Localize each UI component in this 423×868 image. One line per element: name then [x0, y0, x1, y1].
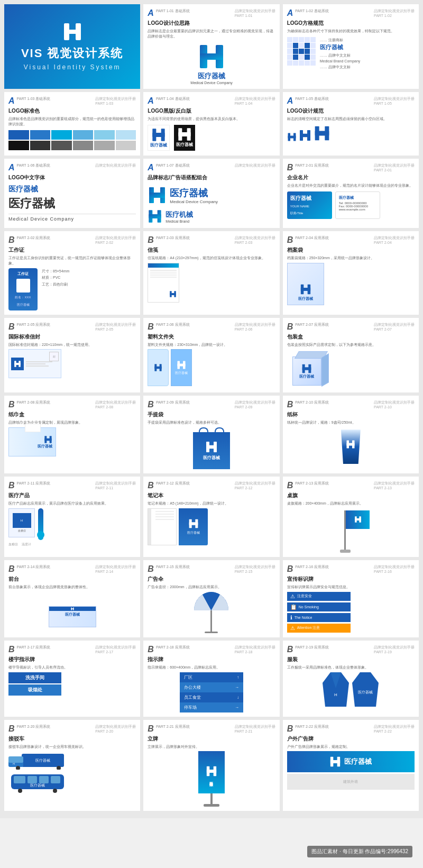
row-9: B PART 2-17 应用系统 品牌定制化视觉识别手册PART 2-17 楼宇… — [4, 641, 419, 717]
board-2: 📋 No Smoking — [287, 602, 351, 611]
uniform-right: 品牌定制化视觉识别手册PART 2-19 — [374, 645, 415, 654]
flag-header: B PART 2-13 应用系统 品牌定制化视觉识别手册PART 2-13 — [287, 481, 415, 490]
notebook-title: 笔记本 — [148, 492, 275, 499]
svg-rect-11 — [179, 132, 191, 136]
svg-rect-79 — [39, 776, 49, 783]
logo-white-bg: 医疗器械 — [148, 125, 170, 151]
part-a2-label: PART 1-02 基础系统 — [295, 8, 329, 14]
uniform-desc: 工作服统一采用品牌标准色，体现企业整体形象。 — [287, 665, 415, 670]
billboard-h-right: 品牌定制化视觉识别手册PART 2-22 — [374, 724, 415, 733]
direction-board-container: 厂区↑ 办公大楼→ 员工食堂↓ 停车场→ — [180, 672, 243, 712]
hero-logo-h — [63, 22, 82, 44]
board-3-text: The Notice — [295, 616, 312, 619]
biz-card-cell: B PART 2-01 应用系统 品牌定制化视觉识别手册PART 2-01 企业… — [283, 159, 419, 228]
part-b21: B — [148, 724, 154, 734]
envelope-cell: B PART 2-05 应用系统 品牌定制化视觉识别手册PART 2-05 国际… — [4, 318, 140, 393]
umbrella-pole — [210, 610, 212, 632]
row-4: B PART 2-02 应用系统 品牌定制化视觉识别手册PART 2-02 工作… — [4, 231, 419, 315]
jacket-back: 医疗器械 — [352, 672, 379, 707]
row-5: B PART 2-05 应用系统 品牌定制化视觉识别手册PART 2-05 国际… — [4, 318, 419, 393]
plastic-bag-header: B PART 2-06 应用系统 品牌定制化视觉识别手册PART 2-06 — [148, 322, 275, 332]
bag-body: 医疗器械 — [193, 432, 230, 469]
logo-font-title: LOGO中文字体 — [8, 174, 136, 181]
logo-spec-visual — [287, 125, 415, 142]
part-b7: B — [287, 322, 293, 332]
building-sign-header: B PART 2-17 应用系统 品牌定制化视觉识别手册PART 2-17 — [8, 645, 136, 654]
row-1: VIS 视觉设计系统 Visual Identity System A PART… — [4, 4, 419, 89]
part-b14-label: PART 2-14 应用系统 — [17, 564, 51, 570]
svg-point-83 — [53, 789, 57, 793]
billboard-v-base — [204, 804, 219, 807]
biz-card-right: 品牌定制化视觉识别手册PART 2-01 — [374, 163, 415, 172]
part-b19: B — [287, 645, 293, 654]
logo-combo-right: 品牌定制化视觉识别手册 — [235, 163, 275, 168]
logo-spec-cell: A PART 1-05 基础系统 品牌定制化视觉识别手册PART 1-05 LO… — [283, 92, 419, 156]
flag-cell: B PART 2-13 应用系统 品牌定制化视觉识别手册PART 2-13 桌旗… — [283, 477, 419, 557]
logo-grid-right: 品牌定制化视觉识别手册PART 1-02 — [374, 8, 415, 17]
tissue-sample: 医疗器械 — [8, 427, 56, 456]
display-board-title: 宣传标识牌 — [287, 575, 415, 583]
dir-2-arrow: → — [235, 685, 239, 690]
medical-samples: H 血糖仪 — [8, 508, 136, 540]
part-b5: B — [8, 322, 15, 332]
envelope-title: 国际标准信封 — [8, 333, 136, 341]
logo-color-header: A PART 1-03 基础系统 品牌定制化视觉识别手册PART 1-03 — [8, 96, 136, 106]
dir-4: 停车场→ — [180, 702, 243, 712]
medical-desc: 医疗产品标志应用展示，展示品牌在医疗设备上的应用效果。 — [8, 501, 136, 506]
packing-box-cell: B PART 2-07 应用系统 品牌定制化视觉识别手册PART 2-07 包装… — [283, 318, 419, 393]
logo-design-desc: 品牌标志是企业最重要的品牌识别元素之一，通过专业精准的视觉呈现，传递品牌价值与理… — [148, 29, 275, 39]
dir-3-text: 员工食堂 — [184, 695, 201, 700]
part-a2: A — [287, 8, 293, 18]
cup-title: 纸杯 — [287, 411, 415, 418]
logo-en-1: Medical Device Company — [190, 81, 232, 85]
medical-monitor: H 血糖仪 — [8, 508, 35, 537]
part-a4: A — [148, 96, 154, 106]
part-b12: B — [148, 481, 154, 490]
plastic-bag-desc: 塑料文件夹规格：230×310mm，品牌统一设计。 — [148, 342, 275, 348]
svg-marker-67 — [352, 672, 379, 707]
board-4-text: Attention 注意 — [297, 625, 320, 631]
row-8: B PART 2-14 应用系统 品牌定制化视觉识别手册PART 2-14 前台… — [4, 560, 419, 637]
svg-rect-77 — [14, 776, 25, 783]
tissue-brand: 医疗器械 — [38, 435, 52, 449]
part-a6: A — [8, 163, 15, 172]
tent-title: 前台 — [8, 575, 136, 583]
flag-title: 桌旗 — [287, 492, 415, 499]
therm-body — [38, 508, 43, 540]
building-sign-right: 品牌定制化视觉识别手册PART 2-17 — [95, 645, 136, 654]
logo-design-right: 品牌定制化视觉识别手册PART 1-01 — [235, 8, 275, 17]
medical-cell: B PART 2-11 应用系统 品牌定制化视觉识别手册PART 2-11 医疗… — [4, 477, 140, 557]
biz-card-title: 企业名片 — [287, 174, 415, 181]
part-b2: B — [8, 235, 15, 245]
flag-right: 品牌定制化视觉识别手册PART 2-13 — [374, 481, 415, 490]
color-swatches-dark — [8, 141, 136, 150]
svg-rect-53 — [347, 443, 355, 445]
part-b18-label: PART 2-18 应用系统 — [156, 645, 190, 650]
vehicle-title: 接驳车 — [8, 735, 136, 743]
svg-text:医疗器械: 医疗器械 — [30, 783, 45, 787]
svg-rect-86 — [207, 770, 216, 773]
svg-text:H: H — [334, 692, 337, 697]
umbrella-sample — [148, 592, 275, 633]
handbag-sample: 医疗器械 — [148, 427, 275, 469]
wash-signs: 洗洗手间 吸烟处 — [8, 672, 136, 696]
packing-box-header: B PART 2-07 应用系统 品牌定制化视觉识别手册PART 2-07 — [287, 322, 415, 332]
billboard-v-header: B PART 2-21 应用系统 品牌定制化视觉识别手册PART 2-21 — [148, 724, 275, 734]
wash-sign-1: 洗洗手间 — [8, 672, 61, 683]
logo-grid-squares — [287, 37, 316, 66]
display-board-cell: B PART 2-16 应用系统 品牌定制化视觉识别手册PART 2-16 宣传… — [283, 560, 419, 637]
watermark-text: 图品汇素材 · 每日更新 作品编号:2996432 — [311, 848, 408, 854]
logo-font-visual: 医疗器械 医疗器械 Medical Device Company — [8, 185, 136, 222]
plastic-folder-right: 医疗器械 — [171, 349, 192, 386]
logo-mono-desc: 为适应不同背景的使用场景，提供黑色版本及反白版本。 — [148, 116, 275, 122]
work-id-desc: 工作证是员工身份识别的重要凭证，统一规范的工作证能够体现企业整体形象。 — [8, 255, 136, 266]
part-b4: B — [287, 235, 293, 245]
logo-grid-labels: …… 注册商标 医疗器械 …… 品牌中文文标 Medical Brand Com… — [320, 37, 361, 70]
svg-rect-71 — [8, 756, 23, 763]
box-front: 医疗器械 — [292, 357, 321, 386]
part-a7-label: PART 1-07 基础系统 — [156, 163, 190, 168]
logo-mono-right: 品牌定制化视觉识别手册PART 1-04 — [235, 96, 275, 105]
part-b11-label: PART 2-11 应用系统 — [17, 481, 51, 486]
row-7: B PART 2-11 应用系统 品牌定制化视觉识别手册PART 2-11 医疗… — [4, 477, 419, 557]
font-sample-en: Medical Device Company — [8, 216, 136, 222]
